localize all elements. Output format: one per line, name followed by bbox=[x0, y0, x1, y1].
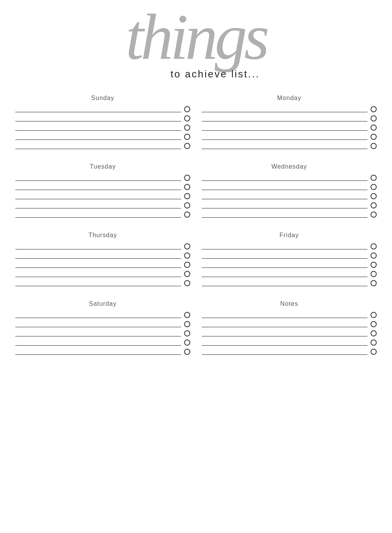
task-list-sunday bbox=[15, 105, 190, 151]
task-checkbox[interactable] bbox=[371, 253, 377, 259]
task-item bbox=[15, 173, 190, 182]
day-title-saturday: Saturday bbox=[15, 300, 190, 307]
task-checkbox[interactable] bbox=[371, 125, 377, 131]
task-line[interactable] bbox=[202, 321, 368, 327]
task-checkbox[interactable] bbox=[371, 106, 377, 112]
task-checkbox[interactable] bbox=[184, 143, 190, 149]
task-checkbox[interactable] bbox=[184, 193, 190, 199]
task-checkbox[interactable] bbox=[371, 330, 377, 336]
task-line[interactable] bbox=[15, 262, 181, 268]
task-checkbox[interactable] bbox=[371, 184, 377, 190]
task-checkbox[interactable] bbox=[184, 280, 190, 286]
task-line[interactable] bbox=[15, 106, 181, 112]
task-line[interactable] bbox=[15, 125, 181, 131]
task-checkbox[interactable] bbox=[371, 280, 377, 286]
task-checkbox[interactable] bbox=[371, 212, 377, 218]
task-checkbox[interactable] bbox=[184, 321, 190, 327]
task-line[interactable] bbox=[202, 202, 368, 208]
task-checkbox[interactable] bbox=[184, 184, 190, 190]
task-list-tuesday bbox=[15, 173, 190, 219]
task-checkbox[interactable] bbox=[371, 193, 377, 199]
task-checkbox[interactable] bbox=[184, 312, 190, 318]
day-title-notes: Notes bbox=[202, 300, 377, 307]
task-line[interactable] bbox=[202, 212, 368, 218]
task-line[interactable] bbox=[202, 184, 368, 190]
task-line[interactable] bbox=[202, 312, 368, 318]
task-line[interactable] bbox=[15, 202, 181, 208]
task-line[interactable] bbox=[15, 321, 181, 327]
task-checkbox[interactable] bbox=[184, 125, 190, 131]
task-line[interactable] bbox=[202, 243, 368, 249]
task-item bbox=[202, 329, 377, 338]
task-line[interactable] bbox=[15, 193, 181, 199]
task-item bbox=[15, 279, 190, 288]
task-list-friday bbox=[202, 242, 377, 288]
task-line[interactable] bbox=[202, 253, 368, 259]
task-line[interactable] bbox=[15, 253, 181, 259]
task-checkbox[interactable] bbox=[371, 115, 377, 121]
task-line[interactable] bbox=[15, 143, 181, 149]
task-checkbox[interactable] bbox=[371, 321, 377, 327]
task-checkbox[interactable] bbox=[184, 202, 190, 208]
task-line[interactable] bbox=[15, 271, 181, 277]
task-line[interactable] bbox=[202, 339, 368, 346]
task-checkbox[interactable] bbox=[371, 175, 377, 181]
task-line[interactable] bbox=[202, 106, 368, 112]
task-line[interactable] bbox=[15, 134, 181, 140]
task-line[interactable] bbox=[202, 193, 368, 199]
task-line[interactable] bbox=[15, 330, 181, 336]
task-line[interactable] bbox=[202, 134, 368, 140]
task-line[interactable] bbox=[202, 175, 368, 181]
task-checkbox[interactable] bbox=[184, 262, 190, 268]
task-checkbox[interactable] bbox=[184, 106, 190, 112]
task-line[interactable] bbox=[202, 330, 368, 336]
task-item bbox=[202, 251, 377, 260]
task-checkbox[interactable] bbox=[184, 134, 190, 140]
task-checkbox[interactable] bbox=[184, 212, 190, 218]
task-line[interactable] bbox=[15, 349, 181, 355]
task-line[interactable] bbox=[15, 312, 181, 318]
day-title-monday: Monday bbox=[202, 95, 377, 102]
task-checkbox[interactable] bbox=[184, 115, 190, 121]
task-line[interactable] bbox=[15, 339, 181, 346]
task-checkbox[interactable] bbox=[184, 330, 190, 336]
task-line[interactable] bbox=[15, 184, 181, 190]
task-checkbox[interactable] bbox=[371, 243, 377, 249]
task-line[interactable] bbox=[15, 243, 181, 249]
task-line[interactable] bbox=[15, 212, 181, 218]
task-checkbox[interactable] bbox=[371, 312, 377, 318]
task-checkbox[interactable] bbox=[184, 271, 190, 277]
task-item bbox=[15, 260, 190, 269]
title-things: things bbox=[15, 8, 377, 66]
task-line[interactable] bbox=[15, 115, 181, 121]
task-checkbox[interactable] bbox=[371, 262, 377, 268]
task-item bbox=[15, 310, 190, 320]
task-checkbox[interactable] bbox=[371, 143, 377, 149]
task-line[interactable] bbox=[15, 280, 181, 286]
task-item bbox=[15, 210, 190, 219]
task-line[interactable] bbox=[202, 271, 368, 277]
task-line[interactable] bbox=[202, 280, 368, 286]
task-line[interactable] bbox=[202, 143, 368, 149]
task-line[interactable] bbox=[15, 175, 181, 181]
task-line[interactable] bbox=[202, 349, 368, 355]
task-checkbox[interactable] bbox=[371, 202, 377, 208]
task-checkbox[interactable] bbox=[371, 271, 377, 277]
task-line[interactable] bbox=[202, 125, 368, 131]
task-item bbox=[202, 123, 377, 132]
task-line[interactable] bbox=[202, 262, 368, 268]
task-checkbox[interactable] bbox=[184, 253, 190, 259]
task-checkbox[interactable] bbox=[184, 339, 190, 346]
task-item bbox=[15, 338, 190, 347]
task-checkbox[interactable] bbox=[371, 134, 377, 140]
task-checkbox[interactable] bbox=[184, 243, 190, 249]
task-line[interactable] bbox=[202, 115, 368, 121]
task-checkbox[interactable] bbox=[184, 349, 190, 355]
task-item bbox=[15, 347, 190, 356]
day-section-tuesday: Tuesday bbox=[15, 160, 190, 225]
task-checkbox[interactable] bbox=[371, 339, 377, 346]
task-checkbox[interactable] bbox=[371, 349, 377, 355]
task-checkbox[interactable] bbox=[184, 175, 190, 181]
day-section-wednesday: Wednesday bbox=[202, 160, 377, 225]
header: things to achieve list... bbox=[15, 8, 377, 80]
